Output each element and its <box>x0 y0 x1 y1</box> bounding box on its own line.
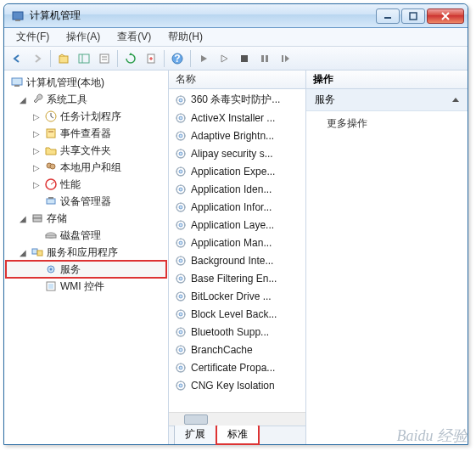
tree-event-viewer[interactable]: ▷ 事件查看器 <box>6 125 166 142</box>
menu-help[interactable]: 帮助(H) <box>161 28 210 46</box>
gear-icon <box>174 236 188 250</box>
tree-storage[interactable]: ◢ 存储 <box>6 210 166 227</box>
list-item[interactable]: BitLocker Drive ... <box>169 287 305 305</box>
expand-icon[interactable]: ▷ <box>31 129 42 138</box>
list-item[interactable]: ActiveX Installer ... <box>169 109 305 127</box>
menu-view[interactable]: 查看(V) <box>110 28 158 46</box>
show-hide-tree-button[interactable] <box>75 49 93 68</box>
service-name: BranchCache <box>191 344 253 356</box>
svg-point-69 <box>179 348 182 352</box>
svg-point-65 <box>179 313 182 316</box>
collapse-arrow-icon[interactable] <box>452 98 459 102</box>
help-button[interactable]: ? <box>168 49 187 68</box>
svg-point-67 <box>179 330 182 334</box>
actions-more[interactable]: 更多操作 <box>306 111 468 136</box>
list-item[interactable]: CNG Key Isolation <box>169 376 305 394</box>
svg-point-41 <box>179 99 182 102</box>
list-item[interactable]: Application Infor... <box>169 198 305 216</box>
tree-label: 存储 <box>47 211 67 226</box>
tree-label: 任务计划程序 <box>60 110 121 124</box>
expand-icon[interactable]: ▷ <box>31 112 42 121</box>
list-item[interactable]: Block Level Back... <box>169 305 305 323</box>
up-button[interactable] <box>54 49 73 68</box>
maximize-button[interactable] <box>401 8 425 24</box>
gear-icon <box>174 379 188 392</box>
collapse-icon[interactable]: ◢ <box>18 95 28 104</box>
collapse-icon[interactable]: ◢ <box>18 214 28 223</box>
folder-share-icon <box>44 144 58 157</box>
pause-button[interactable] <box>255 49 274 68</box>
properties-button[interactable] <box>95 49 114 68</box>
wrench-icon <box>31 93 44 106</box>
close-button[interactable] <box>427 8 464 24</box>
svg-rect-18 <box>282 55 283 62</box>
services-list[interactable]: 360 杀毒实时防护...ActiveX Installer ...Adapti… <box>169 89 305 412</box>
collapse-icon[interactable]: ◢ <box>18 248 28 257</box>
gear-icon <box>174 361 188 375</box>
tree-system-tools[interactable]: ◢ 系统工具 <box>6 91 166 108</box>
users-icon <box>44 161 58 174</box>
forward-button[interactable] <box>28 49 47 68</box>
service-name: Alipay security s... <box>191 148 273 160</box>
actions-section[interactable]: 服务 <box>306 89 468 111</box>
svg-point-59 <box>179 259 182 262</box>
play2-button[interactable] <box>215 49 233 68</box>
svg-point-45 <box>179 134 182 138</box>
svg-point-57 <box>179 241 182 245</box>
titlebar[interactable]: 计算机管理 <box>4 4 468 28</box>
list-item[interactable]: Base Filtering En... <box>169 269 305 287</box>
tree-shared-folders[interactable]: ▷ 共享文件夹 <box>6 142 166 159</box>
svg-rect-19 <box>12 78 22 85</box>
stop-button[interactable] <box>235 49 254 68</box>
horizontal-scrollbar[interactable] <box>169 412 305 426</box>
gear-icon <box>44 262 58 276</box>
service-name: Base Filtering En... <box>191 273 277 285</box>
gear-icon <box>174 200 188 214</box>
refresh-button[interactable] <box>121 49 140 68</box>
tree-local-users[interactable]: ▷ 本地用户和组 <box>6 159 166 176</box>
tree-task-scheduler[interactable]: ▷ 任务计划程序 <box>6 108 166 125</box>
list-item[interactable]: Bluetooth Supp... <box>169 323 305 341</box>
expand-icon[interactable]: ▷ <box>31 146 42 155</box>
list-panel: 名称 360 杀毒实时防护...ActiveX Installer ...Ada… <box>169 70 306 444</box>
list-item[interactable]: Background Inte... <box>169 251 305 269</box>
svg-rect-7 <box>79 54 89 63</box>
export-button[interactable] <box>142 49 160 68</box>
tree-services-apps[interactable]: ◢ 服务和应用程序 <box>6 244 166 261</box>
menu-file[interactable]: 文件(F) <box>9 28 56 46</box>
list-item[interactable]: 360 杀毒实时防护... <box>169 91 305 109</box>
column-header-name[interactable]: 名称 <box>169 70 305 89</box>
play-button[interactable] <box>194 49 213 68</box>
list-item[interactable]: Certificate Propa... <box>169 358 305 376</box>
tree-device-manager[interactable]: 设备管理器 <box>6 193 166 210</box>
tree-wmi[interactable]: WMI 控件 <box>6 278 166 295</box>
svg-rect-31 <box>33 218 42 222</box>
tab-extended[interactable]: 扩展 <box>174 424 216 444</box>
tree-performance[interactable]: ▷ 性能 <box>6 176 166 193</box>
svg-point-47 <box>179 152 182 155</box>
list-item[interactable]: Alipay security s... <box>169 144 305 162</box>
list-item[interactable]: Application Laye... <box>169 216 305 234</box>
scrollbar-thumb[interactable] <box>184 414 208 425</box>
expand-icon[interactable]: ▷ <box>31 180 42 189</box>
expand-icon[interactable]: ▷ <box>31 163 42 172</box>
list-item[interactable]: Application Man... <box>169 234 305 251</box>
service-name: 360 杀毒实时防护... <box>191 93 280 107</box>
svg-point-71 <box>179 366 182 369</box>
back-button[interactable] <box>8 49 26 68</box>
list-item[interactable]: BranchCache <box>169 341 305 358</box>
minimize-button[interactable] <box>376 8 400 24</box>
menu-action[interactable]: 操作(A) <box>59 28 107 46</box>
tab-standard[interactable]: 标准 <box>216 424 259 444</box>
tree-panel[interactable]: 计算机管理(本地) ◢ 系统工具 ▷ 任务计划程序 ▷ 事件查看器 ▷ 共享文件… <box>4 70 169 444</box>
svg-point-55 <box>179 223 182 227</box>
list-item[interactable]: Application Iden... <box>169 180 305 198</box>
svg-point-25 <box>50 164 55 169</box>
tree-services[interactable]: 服务 <box>6 261 166 278</box>
gear-icon <box>174 343 188 357</box>
tree-root[interactable]: 计算机管理(本地) <box>6 74 166 91</box>
tree-disk-mgmt[interactable]: 磁盘管理 <box>6 227 166 244</box>
list-item[interactable]: Adaptive Brightn... <box>169 127 305 144</box>
restart-button[interactable] <box>276 49 294 68</box>
list-item[interactable]: Application Expe... <box>169 162 305 180</box>
